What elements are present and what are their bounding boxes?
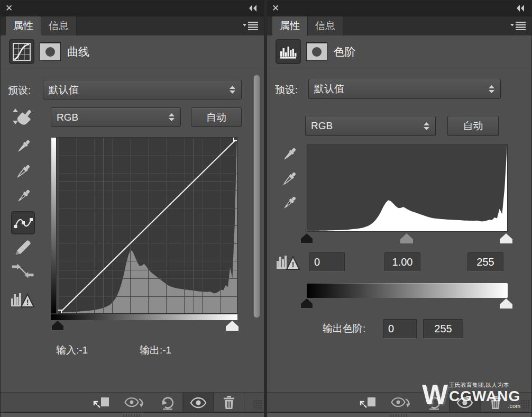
targeted-adjustment-icon[interactable] bbox=[11, 106, 34, 128]
panel-menu-icon[interactable] bbox=[510, 21, 526, 30]
auto-label: 自动 bbox=[463, 119, 483, 133]
vertical-luminance-ramp bbox=[51, 137, 57, 314]
close-icon[interactable]: ✕ bbox=[272, 3, 279, 14]
view-previous-state-button[interactable] bbox=[388, 393, 415, 412]
preset-dropdown[interactable]: 默认值 bbox=[43, 80, 242, 99]
histogram-warning-icon[interactable]: ! bbox=[276, 251, 300, 273]
tab-properties[interactable]: 属性 bbox=[6, 16, 41, 35]
tab-info[interactable]: 信息 bbox=[41, 16, 77, 35]
panel-drag-handle[interactable] bbox=[123, 414, 141, 417]
collapse-panels-icon[interactable] bbox=[248, 4, 258, 12]
midtone-input-slider[interactable] bbox=[400, 233, 413, 243]
levels-toolbar bbox=[267, 392, 531, 412]
levels-titlebar: ✕ bbox=[267, 1, 531, 16]
close-icon[interactable]: ✕ bbox=[5, 3, 13, 14]
updown-arrows-icon bbox=[488, 85, 495, 94]
highlight-input-field[interactable] bbox=[467, 252, 503, 271]
toggle-visibility-button[interactable] bbox=[183, 393, 214, 412]
panel-title: 曲线 bbox=[67, 35, 89, 68]
white-point-eyedropper-icon[interactable] bbox=[13, 187, 33, 208]
mask-circle bbox=[312, 47, 322, 57]
layer-mask-thumbnail[interactable] bbox=[306, 42, 327, 61]
auto-button[interactable]: 自动 bbox=[447, 116, 499, 136]
vertical-scrollbar[interactable] bbox=[253, 75, 260, 318]
panel-title: 色阶 bbox=[334, 35, 356, 68]
curves-toolbar bbox=[1, 392, 264, 412]
panel-menu-icon[interactable] bbox=[243, 21, 259, 30]
curves-tabbar: 属性 信息 bbox=[1, 16, 264, 35]
curves-panel: ✕ 属性 信息 曲线 预设: 默认值 bbox=[0, 0, 264, 417]
delete-adjustment-button[interactable] bbox=[483, 393, 508, 412]
black-point-eyedropper-icon[interactable] bbox=[279, 145, 299, 166]
updown-arrows-icon bbox=[168, 113, 175, 122]
collapse-panels-icon[interactable] bbox=[516, 4, 525, 12]
gray-point-eyedropper-icon[interactable] bbox=[13, 162, 33, 183]
curve-point-shadows[interactable] bbox=[58, 310, 62, 314]
output-readout: 输出:-1 bbox=[140, 345, 171, 356]
shadow-input-field[interactable] bbox=[309, 252, 345, 271]
tab-info[interactable]: 信息 bbox=[308, 16, 343, 35]
channel-dropdown[interactable]: RGB bbox=[51, 107, 181, 127]
curve-line bbox=[58, 138, 237, 314]
curve-grid[interactable] bbox=[58, 137, 237, 314]
svg-text:!: ! bbox=[26, 298, 29, 306]
levels-tabbar: 属性 信息 bbox=[267, 16, 531, 35]
pencil-tool-icon[interactable] bbox=[13, 237, 33, 257]
layer-mask-thumbnail[interactable] bbox=[40, 42, 61, 61]
output-highlight-field[interactable] bbox=[423, 319, 463, 339]
output-levels-label: 输出色阶: bbox=[323, 323, 365, 334]
panel-bottom-edge bbox=[1, 412, 264, 417]
updown-arrows-icon bbox=[423, 122, 430, 131]
updown-arrows-icon bbox=[229, 85, 236, 94]
input-shadow-slider[interactable] bbox=[51, 321, 64, 331]
view-previous-state-button[interactable] bbox=[121, 393, 149, 412]
preset-value: 默认值 bbox=[49, 83, 229, 97]
white-point-eyedropper-icon[interactable] bbox=[279, 194, 299, 215]
midtone-input-field[interactable] bbox=[384, 252, 420, 271]
panel-resize-grip[interactable] bbox=[520, 400, 530, 410]
channel-dropdown[interactable]: RGB bbox=[305, 116, 436, 136]
input-highlight-slider[interactable] bbox=[226, 321, 239, 331]
toggle-visibility-button[interactable] bbox=[450, 393, 480, 412]
preset-dropdown[interactable]: 默认值 bbox=[308, 79, 501, 99]
photoshop-panels: ✕ 属性 信息 曲线 预设: 默认值 bbox=[0, 0, 532, 417]
smooth-curve-icon[interactable] bbox=[11, 262, 34, 280]
reset-adjustment-button[interactable] bbox=[154, 393, 181, 412]
horizontal-luminance-ramp bbox=[51, 314, 237, 320]
panel-drag-handle[interactable] bbox=[390, 414, 408, 417]
clip-to-layer-button[interactable] bbox=[88, 393, 116, 412]
svg-text:!: ! bbox=[292, 260, 295, 269]
shadow-input-slider[interactable] bbox=[300, 233, 313, 243]
channel-value: RGB bbox=[57, 112, 168, 123]
output-shadow-field[interactable] bbox=[383, 319, 417, 339]
tab-label: 属性 bbox=[280, 19, 300, 33]
edit-points-tool-button[interactable] bbox=[11, 211, 35, 234]
clip-to-layer-button[interactable] bbox=[355, 393, 382, 412]
panel-resize-grip[interactable] bbox=[253, 400, 262, 410]
curves-header: 曲线 bbox=[1, 35, 264, 68]
levels-histogram[interactable] bbox=[307, 144, 508, 232]
auto-label: 自动 bbox=[206, 111, 226, 124]
reset-adjustment-button[interactable] bbox=[420, 393, 448, 412]
tab-properties[interactable]: 属性 bbox=[272, 16, 308, 35]
output-gradient-bar bbox=[307, 283, 508, 298]
tab-label: 信息 bbox=[49, 19, 69, 33]
levels-panel: ✕ 属性 信息 色阶 预设: 默认值 bbox=[267, 0, 532, 417]
gray-point-eyedropper-icon[interactable] bbox=[279, 169, 299, 191]
input-readout: 输入:-1 bbox=[56, 345, 88, 356]
histogram-warning-icon[interactable]: ! bbox=[10, 289, 34, 310]
highlight-input-slider[interactable] bbox=[500, 233, 512, 243]
curves-adjustment-icon[interactable] bbox=[9, 39, 34, 64]
levels-adjustment-icon[interactable] bbox=[276, 39, 301, 64]
delete-adjustment-button[interactable] bbox=[216, 393, 242, 412]
output-shadow-slider[interactable] bbox=[300, 298, 313, 309]
curve-point-highlights[interactable] bbox=[233, 137, 237, 141]
panel-bottom-edge bbox=[267, 412, 531, 417]
tab-label: 属性 bbox=[13, 19, 33, 33]
preset-value: 默认值 bbox=[314, 82, 488, 96]
black-point-eyedropper-icon[interactable] bbox=[13, 137, 33, 158]
output-highlight-slider[interactable] bbox=[500, 298, 512, 309]
curves-titlebar: ✕ bbox=[1, 1, 264, 16]
preset-label: 预设: bbox=[275, 84, 298, 96]
auto-button[interactable]: 自动 bbox=[191, 107, 242, 127]
